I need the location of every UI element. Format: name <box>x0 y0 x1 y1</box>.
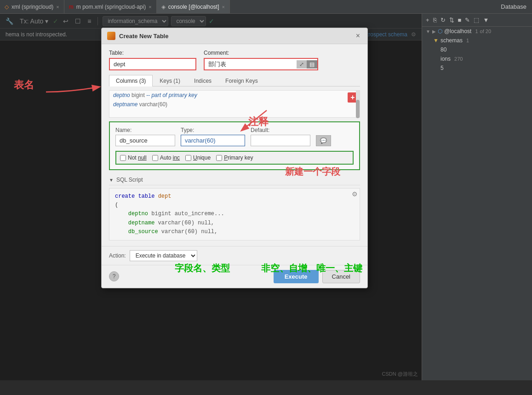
tree-schemas[interactable]: ▼ schemas 1 <box>429 36 532 45</box>
scroll-thumb <box>356 100 360 118</box>
rt-add-btn[interactable]: + <box>425 16 430 24</box>
comment-label: Comment: <box>204 50 318 56</box>
comment-wrapper: ⤢ ▤ <box>204 58 318 70</box>
rt-edit-btn[interactable]: ✎ <box>464 16 471 24</box>
dialog-footer: ? Execute Cancel <box>102 265 367 288</box>
primary-key-checkbox[interactable] <box>216 155 222 161</box>
tab-xml[interactable]: ◇ xml (springcloud) × <box>0 0 64 13</box>
tab-close-xml[interactable]: × <box>56 4 59 10</box>
tab-foreign-keys[interactable]: Foreign Keys <box>218 75 265 86</box>
sql-arrow-icon: ▼ <box>109 177 114 183</box>
rt-refresh-btn[interactable]: ↻ <box>440 16 446 24</box>
db-icon: ⬡ <box>438 28 442 34</box>
rt-stop-btn[interactable]: ■ <box>457 16 463 24</box>
dialog-title: Create New Table <box>107 32 168 40</box>
tab-console[interactable]: ◈ console [@localhost] × <box>157 0 230 13</box>
unique-checkbox[interactable] <box>185 155 191 161</box>
tab-bar: ◇ xml (springcloud) × m m pom.xml (sprin… <box>0 0 532 14</box>
table-input[interactable] <box>109 58 196 70</box>
checkboxes-row: Not null Auto inc Unique <box>115 151 354 165</box>
action-label: Action: <box>109 252 126 259</box>
field-editor-row1: Name: Type: Default: 💬 <box>115 127 354 146</box>
dialog-header: Create New Table × <box>102 28 367 44</box>
checkbox-unique: Unique <box>185 155 211 161</box>
tab-columns[interactable]: Columns (3) <box>109 75 153 86</box>
help-btn[interactable]: ? <box>109 271 119 281</box>
sql-line-5: db_source varchar(60) null, <box>115 228 354 236</box>
comment-input[interactable] <box>205 59 297 69</box>
tree-ions[interactable]: ions 270 <box>437 54 532 63</box>
dialog-close-btn[interactable]: × <box>354 32 362 40</box>
sql-line-4: deptname varchar(60) null, <box>115 219 354 228</box>
tab-indices[interactable]: Indices <box>187 75 218 86</box>
tree-arrow2-localhost: ▶ <box>432 29 436 34</box>
rt-filter-btn[interactable]: ⇅ <box>448 16 455 24</box>
sql-line-3: deptno bigint auto_increme... <box>115 210 354 218</box>
comment-expand-btn[interactable]: ⤢ <box>297 60 307 69</box>
dialog-body: Table: Comment: ⤢ ▤ <box>102 44 367 246</box>
form-group-table: Table: <box>109 50 196 70</box>
field-comment-btn[interactable]: 💬 <box>316 135 331 146</box>
comment-external-btn[interactable]: ▤ <box>307 60 317 69</box>
database-panel-label: Database <box>495 0 532 13</box>
right-panel: + ⎘ ↻ ⇅ ■ ✎ ⬚ ▼ ▼ ▶ ⬡ @localhost 1 of 20… <box>422 14 532 380</box>
paging-total: of 20 <box>480 29 491 34</box>
console-icon: ◈ <box>161 4 166 10</box>
rt-funnel-btn[interactable]: ▼ <box>482 16 490 24</box>
field-group-name: Name: <box>115 127 175 146</box>
form-row-table-comment: Table: Comment: ⤢ ▤ <box>109 50 360 70</box>
folder-icon-schemas: ▼ <box>433 37 439 44</box>
field-default-input[interactable] <box>251 135 310 146</box>
field-type-label: Type: <box>181 127 245 133</box>
scroll-bar[interactable] <box>356 91 360 117</box>
checkbox-primary-key: Primary key <box>216 155 253 161</box>
sql-line-1: create table dept <box>115 192 354 201</box>
tree-arrow-localhost: ▼ <box>426 29 430 34</box>
execute-btn[interactable]: Execute <box>274 270 319 283</box>
field-name-input[interactable] <box>115 135 175 146</box>
table-label: Table: <box>109 50 196 56</box>
sql-line-2: ( <box>115 201 354 210</box>
field-group-default: Default: <box>251 127 310 146</box>
sql-section: ▼ SQL Script ⚙ create table dept ( <box>109 175 360 240</box>
not-null-checkbox[interactable] <box>120 155 126 161</box>
column-row-deptno[interactable]: deptno bigint -- part of primary key <box>109 91 360 100</box>
left-panel: 🔧 Tx: Auto ▾ ✓ ↩ ☐ ≡ information_schema … <box>0 14 422 380</box>
tab-close-pom[interactable]: × <box>149 4 151 10</box>
sql-body: ⚙ create table dept ( deptno bigint auto… <box>109 188 360 240</box>
right-toolbar: + ⎘ ↻ ⇅ ■ ✎ ⬚ ▼ <box>422 14 532 27</box>
create-table-dialog: Create New Table × Table: Comment: <box>101 28 368 288</box>
maven-icon: m <box>69 4 74 10</box>
sql-header[interactable]: ▼ SQL Script <box>109 175 360 185</box>
field-editor: Name: Type: Default: 💬 <box>109 121 360 170</box>
checkbox-auto-inc: Auto inc <box>152 155 180 161</box>
tab-keys[interactable]: Keys (1) <box>153 75 187 86</box>
tab-strip: Columns (3) Keys (1) Indices Foreign Key… <box>109 75 360 86</box>
xml-icon: ◇ <box>5 4 9 10</box>
main-layout: 🔧 Tx: Auto ▾ ✓ ↩ ☐ ≡ information_schema … <box>0 14 532 380</box>
rt-export-btn[interactable]: ⬚ <box>473 16 480 24</box>
form-group-comment: Comment: ⤢ ▤ <box>204 50 318 70</box>
field-type-input[interactable] <box>181 135 245 146</box>
auto-inc-checkbox[interactable] <box>152 155 158 161</box>
sql-settings-btn[interactable]: ⚙ <box>352 190 358 198</box>
column-row-deptname[interactable]: deptname varchar(60) <box>109 100 360 109</box>
tree-localhost[interactable]: ▼ ▶ ⬡ @localhost 1 of 20 <box>422 27 532 36</box>
rt-copy-btn[interactable]: ⎘ <box>432 16 438 24</box>
action-bar: Action: Execute in database Create scrip… <box>102 246 367 265</box>
footer-buttons: Execute Cancel <box>274 270 360 283</box>
field-default-label: Default: <box>251 127 310 133</box>
column-area: deptno bigint -- part of primary key dep… <box>109 90 360 118</box>
paging-badge: 1 <box>475 29 478 34</box>
tab-close-console[interactable]: × <box>222 4 225 10</box>
tree-5[interactable]: 5 <box>437 63 532 73</box>
dialog-overlay: Create New Table × Table: Comment: <box>0 14 422 380</box>
dialog-db-icon <box>107 32 115 40</box>
tab-pom[interactable]: m m pom.xml (springcloud-api) × <box>64 0 157 13</box>
checkbox-not-null: Not null <box>120 155 147 161</box>
cancel-btn[interactable]: Cancel <box>322 270 360 283</box>
field-group-type: Type: <box>181 127 245 146</box>
tree-80[interactable]: 80 <box>437 45 532 54</box>
field-name-label: Name: <box>115 127 175 133</box>
action-select[interactable]: Execute in database Create script Write … <box>130 250 197 261</box>
